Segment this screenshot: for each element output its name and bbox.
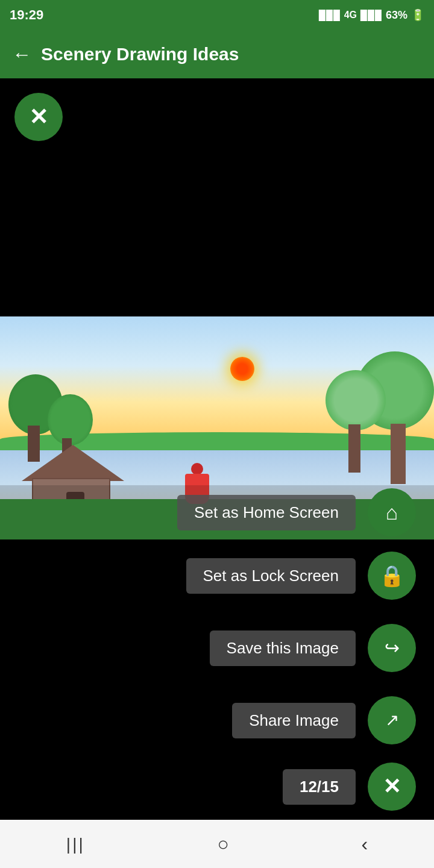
status-bar: 19:29 ▉▉▉ 4G ▉▉▉ 63% 🔋 <box>0 0 434 30</box>
app-title: Scenery Drawing Ideas <box>41 44 239 64</box>
tree-right-2 <box>326 376 386 473</box>
trunk-r1 <box>391 424 406 484</box>
nav-menu-button[interactable]: ||| <box>54 828 97 860</box>
nav-menu-icon: ||| <box>66 835 85 854</box>
close-top-button[interactable]: ✕ <box>14 93 63 141</box>
back-button[interactable]: ← <box>12 45 31 64</box>
image-counter: 12/15 <box>283 769 356 805</box>
close-top-icon: ✕ <box>29 105 48 128</box>
scenery-canvas: Set as Home Screen ⌂ <box>0 316 434 539</box>
signal-icon-2: ▉▉▉ <box>360 10 382 21</box>
scenery-image: Set as Home Screen ⌂ <box>0 316 434 539</box>
navigation-bar: ||| ○ ‹ <box>0 820 434 868</box>
save-image-row: Save this Image ↩ <box>0 612 434 684</box>
save-image-button[interactable]: ↩ <box>368 624 416 672</box>
counter-row: 12/15 ✕ <box>0 756 434 823</box>
black-top-area: ✕ <box>0 78 434 316</box>
nav-back-button[interactable]: ‹ <box>349 827 380 861</box>
lock-screen-row: Set as Lock Screen 🔒 <box>0 539 434 612</box>
lock-icon: 🔒 <box>379 565 404 586</box>
sun <box>230 357 254 381</box>
close-bottom-icon: ✕ <box>383 776 401 797</box>
trunk-r2 <box>348 424 360 473</box>
save-image-label: Save this Image <box>210 631 356 666</box>
lock-screen-button[interactable]: 🔒 <box>368 552 416 600</box>
app-bar: ← Scenery Drawing Ideas <box>0 30 434 78</box>
battery-level: 63% <box>386 9 407 22</box>
lock-screen-label: Set as Lock Screen <box>186 558 356 594</box>
battery-icon: 🔋 <box>411 8 424 22</box>
share-image-button[interactable]: ↗ <box>368 696 416 744</box>
status-right: ▉▉▉ 4G ▉▉▉ 63% 🔋 <box>319 8 424 22</box>
person-head <box>191 463 203 475</box>
share-image-row: Share Image ↗ <box>0 684 434 756</box>
close-bottom-button[interactable]: ✕ <box>368 763 416 811</box>
foliage-r2 <box>326 370 386 430</box>
home-icon: ⌂ <box>386 502 398 523</box>
signal-icon: ▉▉▉ <box>319 10 341 21</box>
network-type: 4G <box>344 10 357 20</box>
nav-back-icon: ‹ <box>361 833 368 855</box>
nav-home-icon: ○ <box>217 833 228 855</box>
black-bottom-area: Set as Lock Screen 🔒 Save this Image ↩ S… <box>0 539 434 841</box>
status-time: 19:29 <box>10 7 43 23</box>
home-screen-button[interactable]: ⌂ <box>368 488 416 536</box>
share-image-label: Share Image <box>232 703 356 738</box>
nav-home-button[interactable]: ○ <box>205 827 241 861</box>
home-screen-row: Set as Home Screen ⌂ <box>0 485 434 539</box>
home-screen-label: Set as Home Screen <box>177 495 356 530</box>
hut-roof <box>22 445 124 481</box>
share-icon: ↗ <box>385 712 399 729</box>
save-icon: ↩ <box>385 639 400 657</box>
